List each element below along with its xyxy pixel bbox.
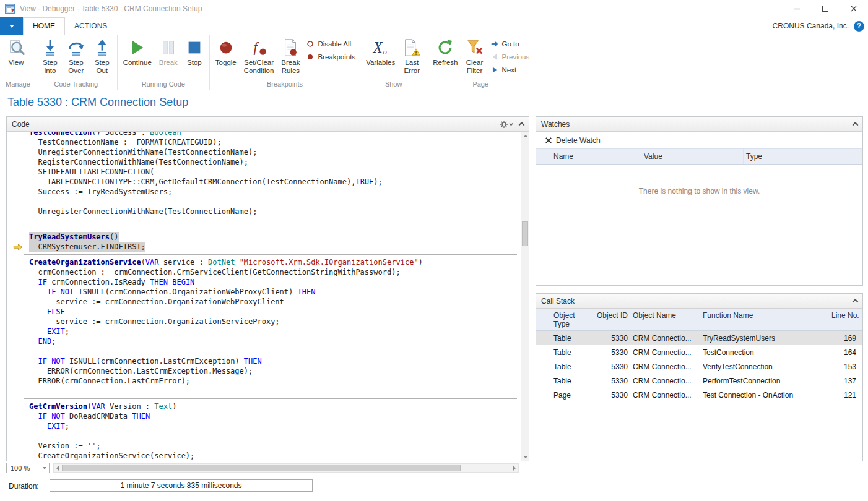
previous-button[interactable]: Previous (490, 51, 530, 62)
code-line[interactable]: ELSE (7, 307, 521, 317)
button-label: Continue (123, 59, 152, 67)
code-line[interactable]: EXIT; (7, 421, 521, 431)
callstack-row[interactable]: Table5330CRM Connectio...TryReadSystemUs… (536, 331, 862, 345)
collapse-chevron-icon[interactable] (519, 122, 525, 128)
column-header-object-name[interactable]: Object Name (628, 311, 698, 320)
customize-icon[interactable] (500, 120, 513, 129)
column-header-function-name[interactable]: Function Name (698, 311, 831, 320)
watches-panel: Watches Delete Watch Name Value Type The… (536, 116, 863, 286)
code-line[interactable]: EXIT; (7, 327, 521, 336)
button-label: Break (159, 59, 178, 67)
scroll-left-button[interactable] (54, 464, 61, 472)
stop-button[interactable]: Stop (181, 36, 207, 68)
column-header-type[interactable]: Type (744, 149, 862, 164)
step-out-button[interactable]: Step Out (89, 36, 115, 76)
delete-watch-button[interactable]: Delete Watch (541, 134, 604, 147)
button-label: Step Over (68, 59, 84, 75)
zoom-dropdown-button[interactable] (40, 463, 49, 473)
code-line[interactable]: UnregisterConnectionWithName(TestConnect… (7, 147, 521, 157)
code-line[interactable]: CreateOrganizationService(service); (7, 451, 521, 461)
step-into-button[interactable]: Step Into (37, 36, 63, 76)
variables-button[interactable]: XoVariables (362, 36, 399, 68)
code-line[interactable] (7, 431, 521, 441)
column-header-object-type[interactable]: Object Type (553, 311, 592, 328)
callstack-panel: Call Stack Object Type Object ID Object … (536, 293, 863, 461)
code-text: ELSE (29, 307, 65, 317)
code-line[interactable]: service := crmConnection.OrganizationSer… (7, 317, 521, 327)
column-header-object-id[interactable]: Object ID (592, 311, 628, 320)
refresh-icon (436, 38, 454, 57)
help-icon[interactable]: ? (854, 21, 864, 32)
step-over-button[interactable]: Step Over (63, 36, 89, 76)
code-line[interactable]: IF NOT ISNULL(crmConnection.LastCrmExcep… (7, 356, 521, 366)
duration-label: Duration: (9, 482, 39, 490)
tab-actions[interactable]: ACTIONS (65, 18, 116, 35)
column-header-line-no[interactable]: Line No. (831, 311, 862, 320)
code-line[interactable] (7, 386, 521, 396)
breakpoints-button[interactable]: Breakpoints (306, 51, 355, 62)
application-menu-button[interactable] (0, 17, 23, 35)
code-line[interactable]: IF NOT DoReadCRMData THEN (7, 411, 521, 421)
code-line[interactable]: SETDEFAULTTABLECONNECTION( (7, 167, 521, 177)
maximize-button[interactable] (811, 0, 840, 17)
code-line[interactable]: service := crmConnection.OrganizationWeb… (7, 297, 521, 307)
zoom-control[interactable]: 100 % (6, 463, 50, 473)
column-header-name[interactable]: Name (536, 149, 641, 164)
code-line[interactable]: UnregisterConnectionWithName(TestConnect… (7, 207, 521, 216)
function-separator (24, 254, 517, 255)
code-line[interactable]: END; (7, 336, 521, 346)
code-line[interactable] (7, 216, 521, 226)
collapse-chevron-icon[interactable] (853, 122, 859, 128)
go-to-button[interactable]: Go to (490, 38, 530, 49)
callstack-row[interactable]: Table5330CRM Connectio...VerifyTestConne… (536, 359, 862, 374)
code-line[interactable] (7, 346, 521, 356)
code-line[interactable]: CRMSystemuser.FINDFIRST; (7, 242, 521, 252)
code-text: IF crmConnection.IsReady THEN BEGIN (29, 277, 194, 287)
button-label: Disable All (318, 40, 351, 48)
scroll-up-button[interactable] (521, 132, 529, 140)
code-line[interactable]: TryReadSystemUsers() (7, 232, 521, 242)
code-line[interactable]: IF NOT ISNULL(crmConnection.Organization… (7, 287, 521, 297)
vertical-scrollbar[interactable] (521, 132, 529, 461)
horizontal-scrollbar-thumb[interactable] (62, 465, 461, 471)
last-error-button[interactable]: Last Error (399, 36, 425, 76)
scroll-right-button[interactable] (511, 464, 518, 472)
callstack-row[interactable]: Table5330CRM Connectio...TestConnection1… (536, 345, 862, 359)
view-button[interactable]: View (3, 36, 29, 68)
code-line[interactable]: RegisterConnectionWithName(TestConnectio… (7, 157, 521, 167)
code-line[interactable]: TestConnectionName := FORMAT(CREATEGUID)… (7, 137, 521, 147)
close-button[interactable] (840, 0, 868, 17)
horizontal-scrollbar[interactable] (53, 463, 519, 473)
collapse-chevron-icon[interactable] (853, 299, 859, 305)
scroll-down-button[interactable] (521, 453, 529, 461)
break-rules-button[interactable]: Break Rules (277, 36, 303, 76)
callstack-panel-title: Call Stack (541, 297, 575, 306)
code-line[interactable]: Success := TryReadSystemUsers; (7, 187, 521, 197)
tab-home[interactable]: HOME (23, 17, 65, 35)
minimize-button[interactable] (783, 0, 811, 17)
continue-button[interactable]: Continue (119, 36, 155, 68)
code-line[interactable]: CreateOrganizationService(VAR service : … (7, 257, 521, 267)
callstack-row[interactable]: Table5330CRM Connectio...PerformTestConn… (536, 374, 862, 388)
code-line[interactable]: TABLECONNECTIONTYPE::CRM,GetDefaultCRMCo… (7, 177, 521, 187)
ribbon-group-label: Manage (3, 80, 33, 90)
break-button[interactable]: Break (155, 36, 181, 68)
vertical-scrollbar-thumb[interactable] (522, 221, 528, 246)
code-line[interactable]: IF crmConnection.IsReady THEN BEGIN (7, 277, 521, 287)
toggle-button[interactable]: Toggle (212, 36, 240, 68)
code-line[interactable]: TestConnection() Success : Boolean (7, 132, 521, 137)
column-header-value[interactable]: Value (641, 149, 744, 164)
code-line[interactable]: Version := ''; (7, 441, 521, 451)
clear-filter-button[interactable]: Clear Filter (462, 36, 488, 76)
code-line[interactable]: crmConnection := crmConnection.CrmServic… (7, 267, 521, 277)
next-button[interactable]: Next (490, 64, 530, 75)
callstack-row[interactable]: Page5330CRM Connectio...Test Connection … (536, 388, 862, 402)
code-editor[interactable]: TestConnection() Success : Boolean TestC… (7, 132, 521, 461)
disable-all-button[interactable]: Disable All (306, 38, 355, 49)
code-line[interactable] (7, 197, 521, 207)
set-clear-condition-button[interactable]: fSet/Clear Condition (240, 36, 278, 76)
code-line[interactable]: ERROR(crmConnection.LastCrmError); (7, 376, 521, 386)
code-line[interactable]: GetCrmVersion(VAR Version : Text) (7, 401, 521, 411)
code-line[interactable]: ERROR(crmConnection.LastCrmException.Mes… (7, 366, 521, 376)
refresh-button[interactable]: Refresh (429, 36, 461, 68)
